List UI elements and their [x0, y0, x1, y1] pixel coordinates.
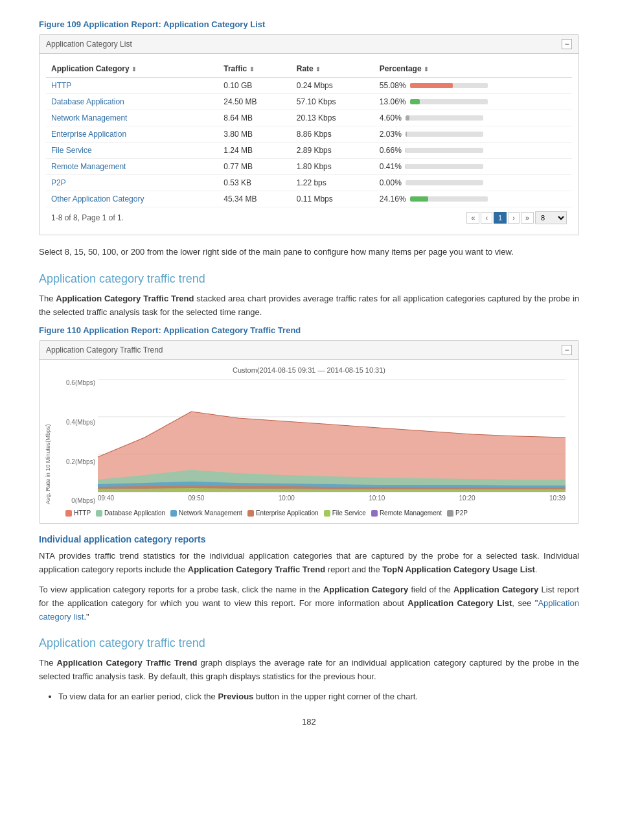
- section2-heading: Individual application category reports: [39, 534, 579, 544]
- traffic-cell: 24.50 MB: [218, 94, 292, 110]
- x-tick-6: 10:39: [549, 495, 566, 502]
- first-page-button[interactable]: «: [466, 212, 479, 224]
- chart-title: Custom(2014-08-15 09:31 — 2014-08-15 10:…: [52, 366, 566, 374]
- rate-cell: 57.10 Kbps: [292, 94, 374, 110]
- percentage-cell: 2.03%: [374, 126, 572, 143]
- percentage-cell: 4.60%: [374, 110, 572, 126]
- traffic-cell: 45.34 MB: [218, 191, 292, 207]
- percentage-cell: 55.08%: [374, 78, 572, 94]
- category-cell[interactable]: Database Application: [46, 94, 218, 110]
- percentage-cell: 0.66%: [374, 143, 572, 159]
- x-tick-2: 09:50: [188, 495, 204, 502]
- app-category-list-panel-header: Application Category List −: [40, 35, 578, 54]
- page-size-select[interactable]: 8 15 50 100 200: [535, 211, 567, 224]
- app-category-table: Application Category ⇕ Traffic ⇕ Rate ⇕ …: [46, 60, 572, 207]
- traffic-cell: 3.80 MB: [218, 126, 292, 143]
- chart-container: Custom(2014-08-15 09:31 — 2014-08-15 10:…: [40, 360, 578, 523]
- pagination-controls[interactable]: « ‹ 1 › » 8 15 50 100 200: [466, 211, 567, 224]
- table-row: File Service 1.24 MB 2.89 Kbps 0.66%: [46, 143, 572, 159]
- x-tick-4: 10:10: [369, 495, 385, 502]
- table-row: Database Application 24.50 MB 57.10 Kbps…: [46, 94, 572, 110]
- rate-cell: 20.13 Kbps: [292, 110, 374, 126]
- y-tick-2: 0.4(Mbps): [66, 419, 95, 426]
- table-row: HTTP 0.10 GB 0.24 Mbps 55.08%: [46, 78, 572, 94]
- y-tick-3: 0.2(Mbps): [66, 458, 95, 465]
- legend-item: Network Management: [170, 509, 242, 517]
- percentage-cell: 0.00%: [374, 175, 572, 191]
- traffic-cell: 8.64 MB: [218, 110, 292, 126]
- x-tick-3: 10:00: [279, 495, 295, 502]
- app-category-list-body: Application Category ⇕ Traffic ⇕ Rate ⇕ …: [40, 54, 578, 235]
- chart-legend: HTTPDatabase ApplicationNetwork Manageme…: [52, 509, 566, 517]
- traffic-cell: 0.53 KB: [218, 175, 292, 191]
- section3-intro: The Application Category Traffic Trend g…: [39, 657, 579, 684]
- category-cell[interactable]: Remote Management: [46, 159, 218, 175]
- pagination-info: 1-8 of 8, Page 1 of 1.: [51, 213, 124, 222]
- pagination-row: 1-8 of 8, Page 1 of 1. « ‹ 1 › » 8 15 50…: [46, 207, 572, 228]
- rate-cell: 1.22 bps: [292, 175, 374, 191]
- section3-bullets: To view data for an earlier period, clic…: [58, 690, 579, 704]
- panel-title: Application Category List: [46, 40, 132, 49]
- category-cell[interactable]: Enterprise Application: [46, 126, 218, 143]
- legend-item: HTTP: [65, 509, 91, 517]
- col-header-rate[interactable]: Rate ⇕: [292, 60, 374, 78]
- rate-cell: 1.80 Kbps: [292, 159, 374, 175]
- figure-109-title: Figure 109 Application Report: Applicati…: [39, 19, 579, 29]
- y-tick-1: 0.6(Mbps): [66, 379, 95, 386]
- legend-item: Enterprise Application: [247, 509, 319, 517]
- chart-svg: [98, 379, 566, 493]
- table-row: Remote Management 0.77 MB 1.80 Kbps 0.41…: [46, 159, 572, 175]
- rate-cell: 0.24 Mbps: [292, 78, 374, 94]
- app-category-trend-panel: Application Category Traffic Trend − Cus…: [39, 340, 579, 524]
- figure-110-title: Figure 110 Application Report: Applicati…: [39, 325, 579, 335]
- table-row: Network Management 8.64 MB 20.13 Kbps 4.…: [46, 110, 572, 126]
- trend-panel-minimize-button[interactable]: −: [562, 345, 572, 355]
- category-cell[interactable]: Network Management: [46, 110, 218, 126]
- bullet-1: To view data for an earlier period, clic…: [58, 690, 579, 704]
- legend-item: Database Application: [96, 509, 165, 517]
- legend-item: Remote Management: [371, 509, 442, 517]
- page-number: 182: [39, 717, 579, 727]
- legend-item: P2P: [447, 509, 468, 517]
- percentage-cell: 13.06%: [374, 94, 572, 110]
- table-row: Enterprise Application 3.80 MB 8.86 Kbps…: [46, 126, 572, 143]
- section1-intro: The Application Category Traffic Trend s…: [39, 292, 579, 320]
- section3-heading: Application category traffic trend: [39, 636, 579, 650]
- table-row: P2P 0.53 KB 1.22 bps 0.00%: [46, 175, 572, 191]
- app-category-list-panel: Application Category List − Application …: [39, 34, 579, 235]
- prev-page-button[interactable]: ‹: [481, 212, 492, 224]
- col-header-traffic[interactable]: Traffic ⇕: [218, 60, 292, 78]
- trend-panel-title: Application Category Traffic Trend: [46, 345, 163, 355]
- legend-item: File Service: [324, 509, 366, 517]
- y-axis-label: Avg. Rate in 10 Minutes(Mbps): [45, 379, 51, 504]
- traffic-cell: 1.24 MB: [218, 143, 292, 159]
- section1-heading: Application category traffic trend: [39, 272, 579, 286]
- traffic-cell: 0.10 GB: [218, 78, 292, 94]
- rate-cell: 0.11 Mbps: [292, 191, 374, 207]
- rate-cell: 8.86 Kbps: [292, 126, 374, 143]
- x-tick-1: 09:40: [98, 495, 114, 502]
- section2-para2: To view application category reports for…: [39, 583, 579, 624]
- category-cell[interactable]: P2P: [46, 175, 218, 191]
- col-header-percentage[interactable]: Percentage ⇕: [374, 60, 572, 78]
- section2-intro: NTA provides traffic trend statistics fo…: [39, 550, 579, 577]
- category-cell[interactable]: Other Application Category: [46, 191, 218, 207]
- traffic-cell: 0.77 MB: [218, 159, 292, 175]
- percentage-cell: 0.41%: [374, 159, 572, 175]
- select-text: Select 8, 15, 50, 100, or 200 from the l…: [39, 246, 579, 259]
- table-row: Other Application Category 45.34 MB 0.11…: [46, 191, 572, 207]
- col-header-category[interactable]: Application Category ⇕: [46, 60, 218, 78]
- last-page-button[interactable]: »: [521, 212, 534, 224]
- percentage-cell: 24.16%: [374, 191, 572, 207]
- x-axis: 09:40 09:50 10:00 10:10 10:20 10:39: [98, 495, 566, 504]
- x-tick-5: 10:20: [459, 495, 475, 502]
- category-cell[interactable]: HTTP: [46, 78, 218, 94]
- panel-minimize-button[interactable]: −: [562, 39, 572, 49]
- next-page-button[interactable]: ›: [508, 212, 520, 224]
- category-cell[interactable]: File Service: [46, 143, 218, 159]
- y-tick-4: 0(Mbps): [71, 497, 95, 504]
- rate-cell: 2.89 Kbps: [292, 143, 374, 159]
- page-1-button[interactable]: 1: [494, 212, 507, 224]
- trend-panel-header: Application Category Traffic Trend −: [40, 341, 578, 360]
